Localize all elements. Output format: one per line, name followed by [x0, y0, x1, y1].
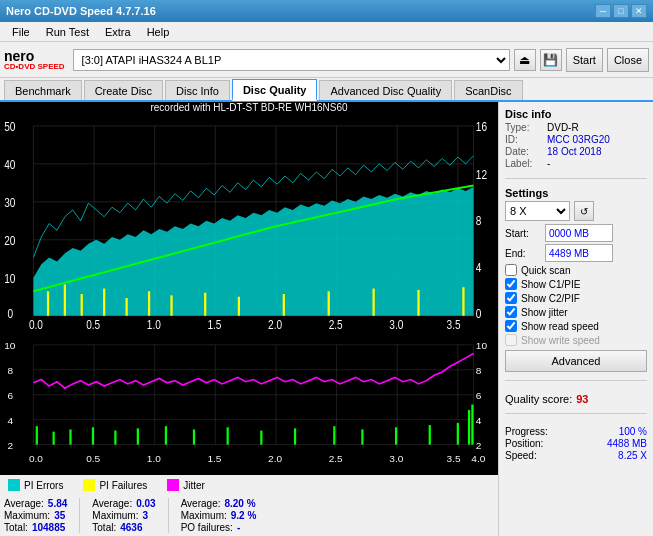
pi-errors-total-label: Total:	[4, 522, 28, 533]
svg-text:6: 6	[476, 390, 482, 401]
tab-disc-quality[interactable]: Disc Quality	[232, 79, 318, 101]
legend-pi-failures: PI Failures	[83, 479, 147, 491]
speed-value-progress: 8.25 X	[618, 450, 647, 461]
disc-id-value: MCC 03RG20	[547, 134, 610, 145]
nero-logo-text: nero	[4, 49, 65, 63]
jitter-label: Jitter	[183, 480, 205, 491]
pi-failures-label: PI Failures	[99, 480, 147, 491]
recorded-by-label: recorded with HL-DT-ST BD-RE WH16NS60	[0, 102, 498, 113]
show-write-speed-row: Show write speed	[505, 334, 647, 346]
divider-quality-progress	[505, 413, 647, 414]
svg-text:0.0: 0.0	[29, 318, 43, 331]
disc-type-label: Type:	[505, 122, 547, 133]
svg-rect-18	[81, 294, 83, 316]
tab-benchmark[interactable]: Benchmark	[4, 80, 82, 100]
svg-rect-19	[103, 289, 105, 316]
speed-select[interactable]: 8 X	[505, 201, 570, 221]
eject-icon[interactable]: ⏏	[514, 49, 536, 71]
svg-rect-29	[462, 287, 464, 315]
drive-select[interactable]: [3:0] ATAPI iHAS324 A BL1P	[73, 49, 510, 71]
disc-id-row: ID: MCC 03RG20	[505, 134, 647, 145]
show-c1-pie-row: Show C1/PIE	[505, 278, 647, 290]
svg-text:4: 4	[476, 261, 482, 274]
svg-text:3.0: 3.0	[389, 453, 404, 464]
progress-label: Progress:	[505, 426, 548, 437]
close-button[interactable]: Close	[607, 48, 649, 72]
refresh-button[interactable]: ↺	[574, 201, 594, 221]
svg-rect-26	[328, 291, 330, 315]
start-button[interactable]: Start	[566, 48, 603, 72]
quality-score-label: Quality score:	[505, 393, 572, 405]
svg-rect-24	[238, 297, 240, 316]
svg-text:2.0: 2.0	[268, 318, 282, 331]
svg-text:50: 50	[4, 120, 15, 133]
svg-text:8: 8	[476, 365, 482, 376]
advanced-button[interactable]: Advanced	[505, 350, 647, 372]
svg-text:4: 4	[476, 415, 482, 426]
menu-help[interactable]: Help	[139, 24, 178, 40]
jitter-po-label: PO failures:	[181, 522, 233, 533]
end-input[interactable]	[545, 244, 613, 262]
maximize-button[interactable]: □	[613, 4, 629, 18]
progress-section: Progress: 100 % Position: 4488 MB Speed:…	[505, 426, 647, 462]
show-jitter-checkbox[interactable]	[505, 306, 517, 318]
svg-rect-76	[361, 429, 363, 444]
svg-rect-73	[260, 431, 262, 445]
tab-disc-info[interactable]: Disc Info	[165, 80, 230, 100]
show-c2-pif-checkbox[interactable]	[505, 292, 517, 304]
svg-rect-75	[333, 426, 335, 444]
legend-pi-errors: PI Errors	[8, 479, 63, 491]
quick-scan-label: Quick scan	[521, 265, 570, 276]
svg-text:8: 8	[8, 365, 14, 376]
save-icon[interactable]: 💾	[540, 49, 562, 71]
show-c2-pif-row: Show C2/PIF	[505, 292, 647, 304]
minimize-button[interactable]: ─	[595, 4, 611, 18]
show-read-speed-checkbox[interactable]	[505, 320, 517, 332]
start-mb-row: Start:	[505, 224, 647, 242]
svg-rect-68	[114, 431, 116, 445]
window-title: Nero CD-DVD Speed 4.7.7.16	[6, 5, 156, 17]
pi-errors-max-label: Maximum:	[4, 510, 50, 521]
svg-text:40: 40	[4, 158, 15, 171]
svg-text:3.0: 3.0	[389, 318, 403, 331]
settings-title: Settings	[505, 187, 647, 199]
svg-rect-74	[294, 428, 296, 444]
end-label: End:	[505, 248, 545, 259]
svg-text:2: 2	[476, 440, 482, 451]
jitter-color	[167, 479, 179, 491]
legend-bar: PI Errors PI Failures Jitter	[0, 475, 498, 495]
svg-text:2.0: 2.0	[268, 453, 283, 464]
menu-extra[interactable]: Extra	[97, 24, 139, 40]
tab-bar: Benchmark Create Disc Disc Info Disc Qua…	[0, 78, 653, 102]
svg-text:1.0: 1.0	[147, 318, 161, 331]
close-window-button[interactable]: ✕	[631, 4, 647, 18]
pi-failures-avg-value: 0.03	[136, 498, 155, 509]
show-c1-pie-checkbox[interactable]	[505, 278, 517, 290]
svg-rect-80	[468, 410, 470, 445]
svg-rect-65	[53, 432, 55, 445]
pi-failures-avg-label: Average:	[92, 498, 132, 509]
jitter-max-value: 9.2 %	[231, 510, 257, 521]
svg-rect-21	[148, 291, 150, 315]
pi-errors-stats: Average: 5.84 Maximum: 35 Total: 104885	[4, 498, 67, 533]
svg-text:10: 10	[4, 340, 16, 351]
svg-rect-27	[373, 289, 375, 316]
speed-label-progress: Speed:	[505, 450, 537, 461]
svg-text:4.0: 4.0	[471, 453, 486, 464]
start-input[interactable]	[545, 224, 613, 242]
svg-rect-49	[2, 334, 496, 475]
quick-scan-checkbox[interactable]	[505, 264, 517, 276]
disc-info-section: Disc info Type: DVD-R ID: MCC 03RG20 Dat…	[505, 108, 647, 170]
show-write-speed-label: Show write speed	[521, 335, 600, 346]
menu-run-test[interactable]: Run Test	[38, 24, 97, 40]
pi-failures-total-label: Total:	[92, 522, 116, 533]
main-content: recorded with HL-DT-ST BD-RE WH16NS60	[0, 102, 653, 536]
right-panel: Disc info Type: DVD-R ID: MCC 03RG20 Dat…	[498, 102, 653, 536]
pi-errors-label: PI Errors	[24, 480, 63, 491]
tab-advanced-disc-quality[interactable]: Advanced Disc Quality	[319, 80, 452, 100]
menu-file[interactable]: File	[4, 24, 38, 40]
svg-rect-77	[395, 427, 397, 444]
show-c2-pif-label: Show C2/PIF	[521, 293, 580, 304]
tab-scandisc[interactable]: ScanDisc	[454, 80, 522, 100]
tab-create-disc[interactable]: Create Disc	[84, 80, 163, 100]
